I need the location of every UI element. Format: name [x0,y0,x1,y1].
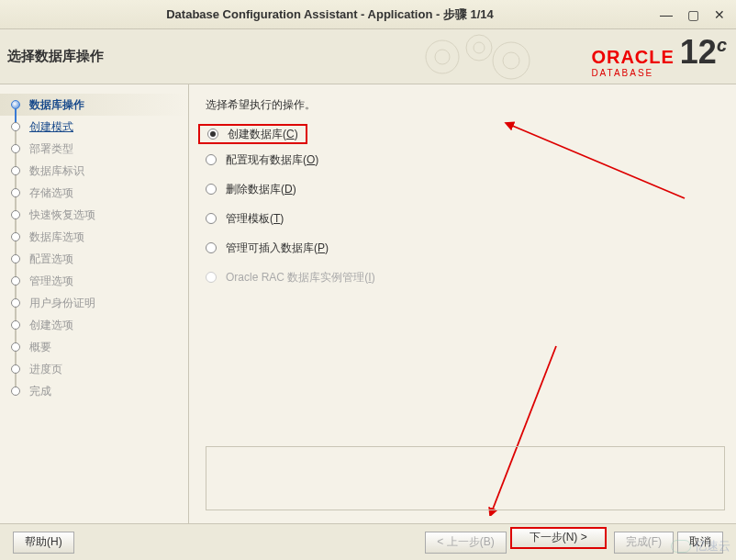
oracle-logo: ORACLE DATABASE 12c [591,36,736,78]
radio-option[interactable]: 管理模板(T) [206,208,725,229]
step-bullet-icon [11,254,20,263]
footer: 帮助(H) < 上一步(B) 下一步(N) > 完成(F) 取消 [0,523,736,560]
sidebar-step: 存储选项 [0,182,188,204]
step-label: 配置选项 [29,252,73,267]
sidebar-step: 部署类型 [0,138,188,160]
step-bullet-icon [11,232,20,241]
sidebar-step: 进度页 [0,358,188,380]
step-bullet-icon [11,166,20,175]
vendor-name: ORACLE [591,47,674,68]
finish-button[interactable]: 完成(F) [614,532,674,554]
step-bullet-icon [11,298,20,308]
step-label: 创建模式 [29,119,73,135]
radio-label: 创建数据库(C) [228,127,298,142]
svg-point-1 [435,50,450,64]
step-label: 进度页 [29,362,62,377]
step-bullet-icon [11,342,20,352]
next-button[interactable]: 下一步(N) > [510,527,607,549]
radio-icon [206,272,217,283]
gears-graphic-icon [415,31,552,83]
step-label: 存储选项 [29,185,73,201]
step-label: 数据库选项 [29,230,84,245]
step-bullet-icon [11,210,20,219]
step-label: 概要 [29,340,51,355]
step-bullet-icon [11,144,20,153]
radio-label: 配置现有数据库(O) [226,152,318,168]
radio-option: Oracle RAC 数据库实例管理(I) [206,267,725,287]
radio-icon [207,129,218,140]
radio-icon [206,184,217,195]
step-label: 创建选项 [29,318,73,333]
step-label: 数据库操作 [29,97,84,113]
radio-option[interactable]: 管理可插入数据库(P) [206,238,725,258]
radio-icon [206,154,217,165]
help-button[interactable]: 帮助(H) [13,532,74,554]
window-title: Database Configuration Assistant - Appli… [0,6,660,23]
step-bullet-icon [11,100,20,109]
step-bullet-icon [11,320,20,330]
step-label: 用户身份证明 [29,296,95,311]
sidebar: 数据库操作创建模式部署类型数据库标识存储选项快速恢复选项数据库选项配置选项管理选… [0,84,189,523]
radio-icon [206,213,217,224]
sidebar-step: 数据库标识 [0,160,188,182]
radio-option[interactable]: 创建数据库(C) [198,124,307,144]
step-bullet-icon [11,276,20,286]
sidebar-step: 概要 [0,336,188,358]
svg-point-3 [474,42,485,53]
svg-point-5 [503,52,519,69]
step-label: 部署类型 [29,141,73,157]
step-bullet-icon [11,188,20,197]
cancel-button[interactable]: 取消 [677,532,723,554]
radio-label: 管理可插入数据库(P) [226,241,329,256]
radio-label: 管理模板(T) [226,211,284,227]
minimize-icon[interactable]: — [660,7,673,22]
svg-point-0 [426,40,459,73]
progress-area [206,446,725,510]
step-label: 快速恢复选项 [29,207,95,223]
radio-label: Oracle RAC 数据库实例管理(I) [226,270,375,286]
sidebar-step: 数据库选项 [0,226,188,248]
sidebar-step: 配置选项 [0,248,188,270]
step-label: 数据库标识 [29,163,84,179]
titlebar: Database Configuration Assistant - Appli… [0,0,736,29]
radio-icon [206,242,217,253]
back-button[interactable]: < 上一步(B) [425,532,506,554]
page-title: 选择数据库操作 [7,48,104,65]
body: 数据库操作创建模式部署类型数据库标识存储选项快速恢复选项数据库选项配置选项管理选… [0,84,736,523]
sidebar-step: 创建选项 [0,314,188,336]
step-bullet-icon [11,364,20,374]
version-label: 12c [680,36,727,69]
step-label: 完成 [29,384,51,399]
instruction-text: 选择希望执行的操作。 [206,97,725,113]
close-icon[interactable]: ✕ [714,7,725,22]
header: 选择数据库操作 ORACLE DATABASE 12c [0,29,736,84]
step-label: 管理选项 [29,274,73,289]
window-controls: — ▢ ✕ [660,7,736,22]
svg-point-4 [493,42,530,79]
sidebar-step[interactable]: 创建模式 [0,116,188,138]
step-bullet-icon [11,122,20,131]
svg-point-2 [466,35,492,61]
vendor-sub: DATABASE [591,68,674,78]
maximize-icon[interactable]: ▢ [687,7,699,22]
sidebar-step: 快速恢复选项 [0,204,188,226]
step-bullet-icon [11,386,20,396]
sidebar-step[interactable]: 数据库操作 [0,94,188,116]
main-panel: 选择希望执行的操作。 创建数据库(C)配置现有数据库(O)删除数据库(D)管理模… [189,84,736,523]
sidebar-step: 管理选项 [0,270,188,292]
radio-label: 删除数据库(D) [226,182,296,197]
radio-option[interactable]: 配置现有数据库(O) [206,150,725,170]
sidebar-step: 用户身份证明 [0,292,188,314]
sidebar-step: 完成 [0,380,188,402]
radio-option[interactable]: 删除数据库(D) [206,179,725,199]
